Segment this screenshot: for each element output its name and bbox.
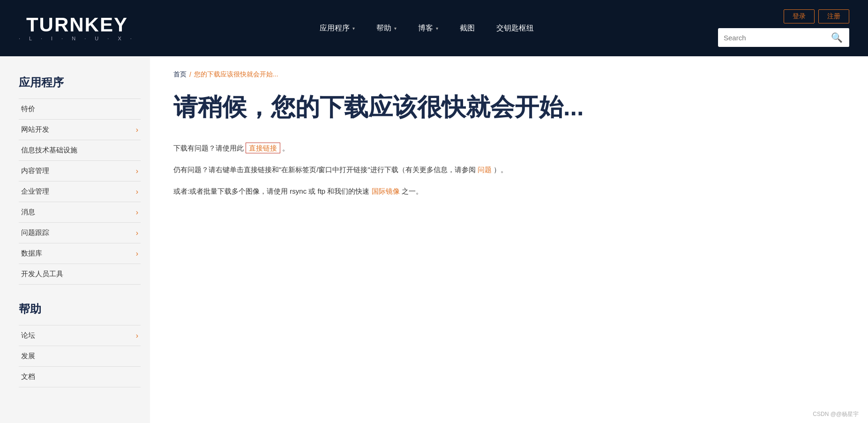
register-button[interactable]: 注册 [818,9,849,23]
sidebar-label-infra: 信息技术基础设施 [21,146,77,155]
para3-suffix: 之一。 [402,187,423,195]
nav-arrow-help: ▾ [394,26,397,31]
nav-arrow-blog: ▾ [436,26,438,31]
sidebar-help-list: 论坛 › 发展 文档 [19,325,141,387]
sidebar-link-infra[interactable]: 信息技术基础设施 [19,140,141,160]
para2-suffix: ）。 [494,166,508,174]
sidebar-label-webdev: 网站开发 [21,125,49,134]
main-container: 应用程序 特价 网站开发 › 信息技术基础设施 内容管理 [0,56,868,423]
paragraph-1: 下载有问题？请使用此 直接链接 。 [173,141,840,155]
nav-label-apps: 应用程序 [320,23,350,33]
sidebar-item-forum[interactable]: 论坛 › [19,325,141,346]
chevron-icon-forum: › [136,332,138,340]
sidebar-item-cms[interactable]: 内容管理 › [19,161,141,181]
sidebar-item-issues[interactable]: 问题跟踪 › [19,223,141,243]
paragraph-3: 或者:或者批量下载多个图像，请使用 rsync 或 ftp 和我们的快速 国际镜… [173,184,840,198]
nav-item-blog[interactable]: 博客 ▾ [410,20,447,37]
sidebar-link-issues[interactable]: 问题跟踪 › [19,223,141,243]
direct-link[interactable]: 直接链接 [246,143,280,153]
sidebar-link-db[interactable]: 数据库 › [19,243,141,264]
top-bar: TURNKEY · L · I · N · U · X · 应用程序 ▾ 帮助 … [0,0,868,56]
main-nav: 应用程序 ▾ 帮助 ▾ 博客 ▾ 截图 交钥匙枢纽 [135,20,718,37]
sidebar: 应用程序 特价 网站开发 › 信息技术基础设施 内容管理 [0,56,150,423]
sidebar-item-infra[interactable]: 信息技术基础设施 [19,140,141,161]
search-icon: 🔍 [831,32,843,43]
sidebar-link-cms[interactable]: 内容管理 › [19,161,141,181]
sidebar-link-enterprise[interactable]: 企业管理 › [19,181,141,202]
sidebar-item-dev[interactable]: 发展 [19,346,141,367]
nav-label-hub: 交钥匙枢纽 [496,23,534,33]
logo-main-text: TURNKEY [26,15,128,35]
login-button[interactable]: 登录 [784,9,815,23]
sidebar-item-webdev[interactable]: 网站开发 › [19,120,141,140]
sidebar-label-forum: 论坛 [21,331,35,340]
breadcrumb-separator: / [189,71,191,78]
sidebar-item-devtools[interactable]: 开发人员工具 [19,264,141,285]
issue-link[interactable]: 问题 [478,166,492,174]
sidebar-item-enterprise[interactable]: 企业管理 › [19,181,141,202]
chevron-icon-webdev: › [136,126,138,134]
sidebar-item-specials[interactable]: 特价 [19,99,141,120]
nav-label-help: 帮助 [376,23,391,33]
sidebar-link-dev[interactable]: 发展 [19,346,141,366]
nav-item-help[interactable]: 帮助 ▾ [368,20,405,37]
nav-item-apps[interactable]: 应用程序 ▾ [311,20,363,37]
sidebar-label-cms: 内容管理 [21,166,49,175]
logo: TURNKEY · L · I · N · U · X · [19,15,135,41]
sidebar-label-db: 数据库 [21,249,42,258]
footer-watermark: CSDN @@杨星宇 [813,410,859,418]
chevron-icon-cms: › [136,167,138,175]
chevron-icon-issues: › [136,229,138,237]
sidebar-label-devtools: 开发人员工具 [21,270,63,279]
breadcrumb-current: 您的下载应该很快就会开始... [194,70,278,79]
sidebar-label-enterprise: 企业管理 [21,187,49,196]
search-button[interactable]: 🔍 [824,28,849,47]
sidebar-link-webdev[interactable]: 网站开发 › [19,120,141,140]
page-title: 请稍候，您的下载应该很快就会开始... [173,92,840,122]
chevron-icon-messaging: › [136,208,138,217]
nav-item-screenshot[interactable]: 截图 [451,20,483,37]
top-right-area: 登录 注册 🔍 [718,9,849,47]
breadcrumb-home-link[interactable]: 首页 [173,70,187,79]
sidebar-help-title: 帮助 [19,302,141,317]
sidebar-link-devtools[interactable]: 开发人员工具 [19,264,141,284]
content-body: 下载有问题？请使用此 直接链接 。 仍有问题？请右键单击直接链接和"在新标签页/… [173,141,840,198]
nav-arrow-apps: ▾ [352,26,355,31]
nav-label-blog: 博客 [418,23,433,33]
logo-sub-text: · L · I · N · U · X · [19,36,135,41]
sidebar-label-issues: 问题跟踪 [21,228,49,237]
sidebar-item-messaging[interactable]: 消息 › [19,202,141,223]
search-input[interactable] [718,30,824,45]
para1-prefix: 下载有问题？请使用此 [173,144,244,152]
sidebar-item-docs[interactable]: 文档 [19,367,141,387]
para2-text: 仍有问题？请右键单击直接链接和"在新标签页/窗口中打开链接"进行下载（有关更多信… [173,166,476,174]
chevron-icon-db: › [136,249,138,258]
sidebar-link-forum[interactable]: 论坛 › [19,325,141,346]
para1-suffix: 。 [282,144,289,152]
sidebar-link-messaging[interactable]: 消息 › [19,202,141,222]
paragraph-2: 仍有问题？请右键单击直接链接和"在新标签页/窗口中打开链接"进行下载（有关更多信… [173,163,840,177]
nav-label-screenshot: 截图 [460,23,475,33]
main-content: 首页 / 您的下载应该很快就会开始... 请稍候，您的下载应该很快就会开始...… [150,56,868,423]
sidebar-label-messaging: 消息 [21,208,35,217]
breadcrumb: 首页 / 您的下载应该很快就会开始... [173,70,840,79]
sidebar-apps-title: 应用程序 [19,75,141,90]
para3-prefix: 或者:或者批量下载多个图像，请使用 rsync 或 ftp 和我们的快速 [173,187,369,195]
sidebar-label-dev: 发展 [21,352,35,361]
sidebar-item-db[interactable]: 数据库 › [19,243,141,264]
sidebar-apps-list: 特价 网站开发 › 信息技术基础设施 内容管理 › [19,98,141,285]
mirror-link[interactable]: 国际镜像 [372,187,400,195]
sidebar-link-docs[interactable]: 文档 [19,367,141,387]
sidebar-link-specials[interactable]: 特价 [19,99,141,119]
auth-buttons: 登录 注册 [784,9,849,23]
search-box: 🔍 [718,28,849,47]
sidebar-label-specials: 特价 [21,105,35,113]
sidebar-label-docs: 文档 [21,372,35,381]
chevron-icon-enterprise: › [136,188,138,196]
nav-item-hub[interactable]: 交钥匙枢纽 [488,20,542,37]
